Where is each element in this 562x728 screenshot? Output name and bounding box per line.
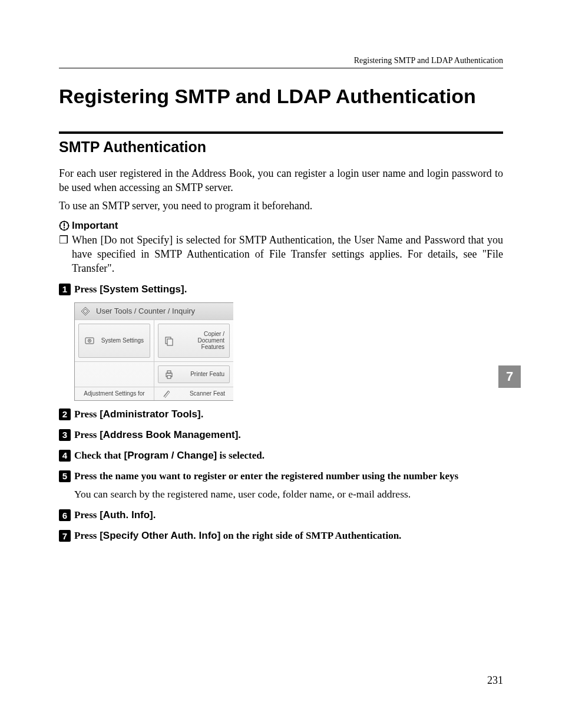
page-number: 231 [487, 674, 503, 687]
step-4-text: Check that [Program / Change] is selecte… [74, 449, 503, 463]
scanner-icon [163, 390, 171, 398]
step-3: 3 Press [Address Book Management]. [59, 429, 503, 442]
page-title: Registering SMTP and LDAP Authentication [59, 85, 503, 108]
diamond-icon [80, 305, 91, 317]
manual-page: Registering SMTP and LDAP Authentication… [0, 0, 562, 728]
important-icon [59, 220, 70, 231]
ss-printer-label: Printer Featu [180, 371, 224, 377]
ss-titlebar: User Tools / Counter / Inquiry [75, 303, 233, 319]
running-header: Registering SMTP and LDAP Authentication [59, 56, 503, 65]
bullet-mark: ❒ [59, 233, 72, 276]
step-number-4: 4 [59, 450, 71, 462]
ui-screenshot: User Tools / Counter / Inquiry System Se… [74, 302, 233, 401]
ss-scanner-button[interactable]: Scanner Feat [158, 388, 230, 399]
step-5-text: Press the name you want to register or e… [74, 470, 503, 483]
paragraph-2: To use an SMTP server, you need to progr… [59, 199, 503, 213]
svg-rect-15 [167, 339, 173, 345]
step-number-5: 5 [59, 470, 71, 482]
gear-icon [84, 335, 95, 347]
step-number-2: 2 [59, 409, 71, 420]
step-number-7: 7 [59, 530, 71, 542]
important-label: Important [72, 220, 118, 232]
ss-title-text: User Tools / Counter / Inquiry [96, 307, 195, 315]
step-4: 4 Check that [Program / Change] is selec… [59, 449, 503, 463]
step-number-6: 6 [59, 509, 71, 521]
paragraph-1: For each user registered in the Address … [59, 166, 503, 195]
step-5: 5 Press the name you want to register or… [59, 470, 503, 483]
step-7: 7 Press [Specify Other Auth. Info] on th… [59, 529, 503, 543]
svg-point-13 [89, 340, 90, 341]
svg-rect-17 [167, 371, 171, 373]
chapter-tab: 7 [498, 365, 521, 388]
printer-icon [163, 368, 175, 380]
ss-copier-button[interactable]: Copier / Document Features [158, 324, 230, 358]
step-1-text: Press [System Settings]. [74, 283, 503, 297]
step-6-text: Press [Auth. Info]. [74, 509, 503, 522]
section-rule [59, 131, 503, 134]
step-7-text: Press [Specify Other Auth. Info] on the … [74, 529, 503, 543]
important-heading: Important [59, 220, 503, 232]
svg-rect-10 [64, 227, 65, 228]
svg-rect-18 [167, 375, 171, 378]
step-2: 2 Press [Administrator Tools]. [59, 408, 503, 421]
step-3-text: Press [Address Book Management]. [74, 429, 503, 442]
header-rule [59, 68, 503, 68]
ss-printer-button[interactable]: Printer Featu [158, 365, 230, 383]
step-number-1: 1 [59, 284, 71, 295]
svg-rect-9 [64, 223, 65, 226]
section-title: SMTP Authentication [59, 139, 503, 156]
ss-scanner-label: Scanner Feat [176, 390, 225, 397]
ss-adjustment-button[interactable]: Adjustment Settings for [78, 388, 150, 399]
step-number-3: 3 [59, 429, 71, 441]
step-1: 1 Press [System Settings]. [59, 283, 503, 297]
step-6: 6 Press [Auth. Info]. [59, 509, 503, 522]
important-text: When [Do not Specify] is selected for SM… [72, 233, 503, 276]
ss-adjust-label: Adjustment Settings for [83, 390, 146, 397]
copier-icon [163, 335, 175, 347]
ss-system-settings-button[interactable]: System Settings [78, 324, 150, 358]
ss-system-label: System Settings [100, 337, 145, 344]
step-2-text: Press [Administrator Tools]. [74, 408, 503, 421]
important-bullet: ❒ When [Do not Specify] is selected for … [59, 233, 503, 276]
ss-copier-label: Copier / Document Features [180, 331, 224, 350]
step-5-note: You can search by the registered name, u… [74, 487, 503, 502]
